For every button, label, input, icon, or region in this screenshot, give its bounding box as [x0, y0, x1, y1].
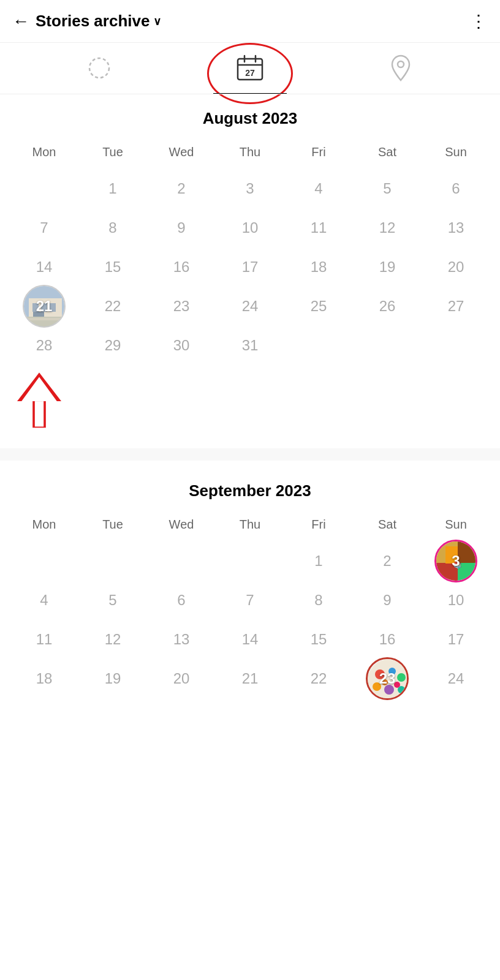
sep-cell-19[interactable]: 19 [78, 659, 147, 698]
sep-cell-empty-3 [147, 541, 216, 581]
sep-cell-24[interactable]: 24 [422, 659, 490, 698]
aug-header-wed: Wed [147, 140, 216, 169]
aug-cell-8[interactable]: 8 [78, 208, 147, 247]
aug-cell-6[interactable]: 6 [422, 169, 490, 208]
sep-cell-8[interactable]: 8 [284, 581, 353, 620]
august-month-title: August 2023 [10, 109, 490, 128]
tab-bar: 27 [0, 43, 500, 94]
tab-circle[interactable] [87, 56, 112, 93]
aug-cell-20[interactable]: 20 [422, 247, 490, 287]
september-month-title: September 2023 [10, 481, 490, 500]
aug-cell-18[interactable]: 18 [284, 247, 353, 287]
sep-cell-17[interactable]: 17 [422, 620, 490, 659]
sep-cell-empty-4 [216, 541, 284, 581]
aug-cell-12[interactable]: 12 [353, 208, 422, 247]
aug-cell-9[interactable]: 9 [147, 208, 216, 247]
sep-cell-2[interactable]: 2 [353, 541, 422, 581]
sep-cell-6[interactable]: 6 [147, 581, 216, 620]
app-header: ← Stories archive ∨ ⋮ [0, 0, 500, 43]
aug-cell-17[interactable]: 17 [216, 247, 284, 287]
aug-cell-3[interactable]: 3 [216, 169, 284, 208]
aug-header-sat: Sat [353, 140, 422, 169]
header-title: Stories archive ∨ [36, 12, 470, 31]
aug-cell-7[interactable]: 7 [10, 208, 78, 247]
aug-cell-25[interactable]: 25 [284, 287, 353, 326]
location-icon [388, 55, 413, 86]
circle-icon [87, 56, 112, 86]
sep-cell-13[interactable]: 13 [147, 620, 216, 659]
aug-cell-10[interactable]: 10 [216, 208, 284, 247]
sep-cell-9[interactable]: 9 [353, 581, 422, 620]
sep-cell-23[interactable]: 23 [353, 659, 422, 698]
aug-cell-23[interactable]: 23 [147, 287, 216, 326]
aug-cell-24[interactable]: 24 [216, 287, 284, 326]
sep-cell-16[interactable]: 16 [353, 620, 422, 659]
aug-cell-30[interactable]: 30 [147, 326, 216, 365]
aug-header-sun: Sun [422, 140, 490, 169]
aug-cell-empty-1: . [10, 169, 78, 208]
arrow-annotation [0, 371, 500, 442]
sep-cell-11[interactable]: 11 [10, 620, 78, 659]
svg-rect-15 [32, 399, 46, 428]
august-grid: Mon Tue Wed Thu Fri Sat Sun . 1 2 3 4 5 … [10, 140, 490, 365]
sep-cell-3[interactable]: 📚 3 [422, 541, 490, 581]
sep-cell-empty-2 [78, 541, 147, 581]
aug-cell-2[interactable]: 2 [147, 169, 216, 208]
aug-header-tue: Tue [78, 140, 147, 169]
title-text: Stories archive [36, 12, 150, 31]
more-options-button[interactable]: ⋮ [470, 11, 488, 31]
aug-cell-31[interactable]: 31 [216, 326, 284, 365]
tab-calendar[interactable]: 27 [236, 54, 264, 94]
up-arrow-icon [17, 371, 61, 432]
aug-cell-27[interactable]: 27 [422, 287, 490, 326]
aug-cell-29[interactable]: 29 [78, 326, 147, 365]
sep-cell-7[interactable]: 7 [216, 581, 284, 620]
september-grid: Mon Tue Wed Thu Fri Sat Sun 1 2 📚 [10, 513, 490, 698]
aug-cell-4[interactable]: 4 [284, 169, 353, 208]
svg-point-28 [397, 673, 406, 682]
sep-header-thu: Thu [216, 513, 284, 541]
sep-cell-15[interactable]: 15 [284, 620, 353, 659]
sep-cell-5[interactable]: 5 [78, 581, 147, 620]
sep-cell-empty-1 [10, 541, 78, 581]
aug-cell-19[interactable]: 19 [353, 247, 422, 287]
aug-cell-26[interactable]: 26 [353, 287, 422, 326]
aug-cell-14[interactable]: 14 [10, 247, 78, 287]
aug-cell-16[interactable]: 16 [147, 247, 216, 287]
sep-cell-12[interactable]: 12 [78, 620, 147, 659]
svg-rect-20 [458, 541, 477, 563]
svg-marker-16 [17, 372, 61, 401]
sep-cell-1[interactable]: 1 [284, 541, 353, 581]
svg-marker-18 [21, 377, 57, 402]
sep-cell-22[interactable]: 22 [284, 659, 353, 698]
svg-rect-17 [35, 401, 44, 426]
sep-cell-14[interactable]: 14 [216, 620, 284, 659]
august-calendar: August 2023 Mon Tue Wed Thu Fri Sat Sun … [0, 94, 500, 371]
svg-point-6 [398, 61, 404, 67]
title-chevron-icon[interactable]: ∨ [153, 15, 161, 28]
svg-rect-14 [24, 318, 66, 320]
sep-cell-20[interactable]: 20 [147, 659, 216, 698]
sep-cell-18[interactable]: 18 [10, 659, 78, 698]
month-separator [0, 448, 500, 461]
aug-cell-22[interactable]: 22 [78, 287, 147, 326]
aug-cell-1[interactable]: 1 [78, 169, 147, 208]
aug-cell-5[interactable]: 5 [353, 169, 422, 208]
september-calendar: September 2023 Mon Tue Wed Thu Fri Sat S… [0, 467, 500, 704]
sep-cell-4[interactable]: 4 [10, 581, 78, 620]
tab-location[interactable] [388, 55, 413, 94]
svg-text:27: 27 [245, 68, 255, 78]
sep-cell-10[interactable]: 10 [422, 581, 490, 620]
aug-cell-15[interactable]: 15 [78, 247, 147, 287]
sep-cell-21[interactable]: 21 [216, 659, 284, 698]
back-button[interactable]: ← [12, 12, 29, 31]
aug-cell-21[interactable]: 21 [10, 287, 78, 326]
aug-cell-11[interactable]: 11 [284, 208, 353, 247]
sep-header-wed: Wed [147, 513, 216, 541]
aug-header-mon: Mon [10, 140, 78, 169]
aug-cell-28[interactable]: 28 [10, 326, 78, 365]
sep-header-fri: Fri [284, 513, 353, 541]
sep-header-mon: Mon [10, 513, 78, 541]
svg-point-0 [89, 58, 109, 78]
aug-cell-13[interactable]: 13 [422, 208, 490, 247]
